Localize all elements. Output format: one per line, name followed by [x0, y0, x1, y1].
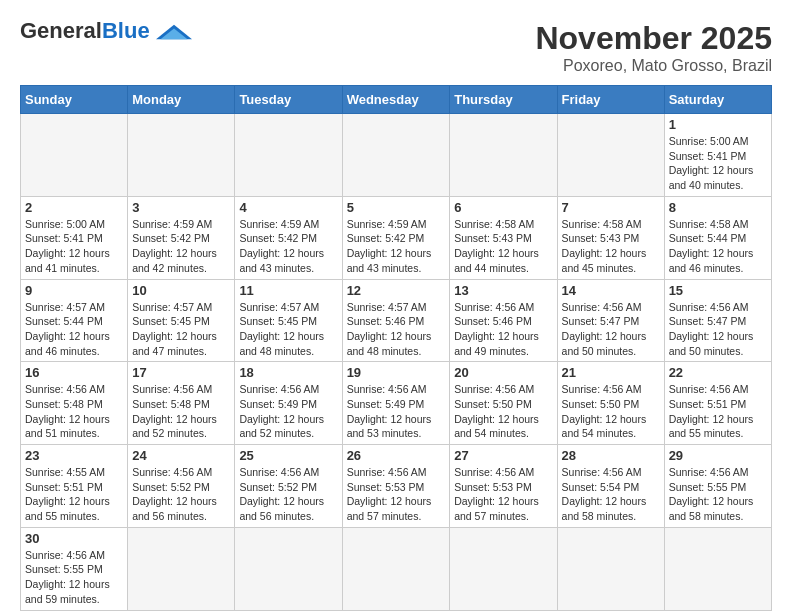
table-row: 20Sunrise: 4:56 AM Sunset: 5:50 PM Dayli… — [450, 362, 557, 445]
table-row — [450, 527, 557, 610]
day-number: 17 — [132, 365, 230, 380]
day-info: Sunrise: 4:57 AM Sunset: 5:44 PM Dayligh… — [25, 300, 123, 359]
page-title: November 2025 — [535, 20, 772, 57]
col-saturday: Saturday — [664, 86, 771, 114]
day-number: 2 — [25, 200, 123, 215]
page-subtitle: Poxoreo, Mato Grosso, Brazil — [535, 57, 772, 75]
day-info: Sunrise: 4:56 AM Sunset: 5:53 PM Dayligh… — [347, 465, 446, 524]
col-wednesday: Wednesday — [342, 86, 450, 114]
table-row: 5Sunrise: 4:59 AM Sunset: 5:42 PM Daylig… — [342, 196, 450, 279]
table-row: 19Sunrise: 4:56 AM Sunset: 5:49 PM Dayli… — [342, 362, 450, 445]
table-row — [450, 114, 557, 197]
day-info: Sunrise: 4:56 AM Sunset: 5:49 PM Dayligh… — [239, 382, 337, 441]
table-row: 11Sunrise: 4:57 AM Sunset: 5:45 PM Dayli… — [235, 279, 342, 362]
header: GeneralBlue November 2025 Poxoreo, Mato … — [20, 20, 772, 75]
day-info: Sunrise: 4:58 AM Sunset: 5:43 PM Dayligh… — [454, 217, 552, 276]
table-row: 18Sunrise: 4:56 AM Sunset: 5:49 PM Dayli… — [235, 362, 342, 445]
day-info: Sunrise: 4:56 AM Sunset: 5:49 PM Dayligh… — [347, 382, 446, 441]
day-number: 21 — [562, 365, 660, 380]
calendar: Sunday Monday Tuesday Wednesday Thursday… — [20, 85, 772, 611]
table-row: 24Sunrise: 4:56 AM Sunset: 5:52 PM Dayli… — [128, 445, 235, 528]
title-block: November 2025 Poxoreo, Mato Grosso, Braz… — [535, 20, 772, 75]
logo-general: General — [20, 18, 102, 43]
table-row — [21, 114, 128, 197]
day-info: Sunrise: 4:56 AM Sunset: 5:54 PM Dayligh… — [562, 465, 660, 524]
day-info: Sunrise: 5:00 AM Sunset: 5:41 PM Dayligh… — [25, 217, 123, 276]
day-info: Sunrise: 4:56 AM Sunset: 5:51 PM Dayligh… — [669, 382, 767, 441]
col-tuesday: Tuesday — [235, 86, 342, 114]
day-number: 27 — [454, 448, 552, 463]
logo: GeneralBlue — [20, 20, 194, 42]
day-info: Sunrise: 5:00 AM Sunset: 5:41 PM Dayligh… — [669, 134, 767, 193]
day-number: 19 — [347, 365, 446, 380]
logo-icon — [154, 23, 194, 41]
day-number: 14 — [562, 283, 660, 298]
table-row: 15Sunrise: 4:56 AM Sunset: 5:47 PM Dayli… — [664, 279, 771, 362]
day-number: 6 — [454, 200, 552, 215]
table-row: 21Sunrise: 4:56 AM Sunset: 5:50 PM Dayli… — [557, 362, 664, 445]
table-row: 30Sunrise: 4:56 AM Sunset: 5:55 PM Dayli… — [21, 527, 128, 610]
table-row — [235, 114, 342, 197]
col-friday: Friday — [557, 86, 664, 114]
day-info: Sunrise: 4:58 AM Sunset: 5:44 PM Dayligh… — [669, 217, 767, 276]
table-row: 13Sunrise: 4:56 AM Sunset: 5:46 PM Dayli… — [450, 279, 557, 362]
day-number: 1 — [669, 117, 767, 132]
table-row: 10Sunrise: 4:57 AM Sunset: 5:45 PM Dayli… — [128, 279, 235, 362]
day-number: 23 — [25, 448, 123, 463]
day-info: Sunrise: 4:57 AM Sunset: 5:45 PM Dayligh… — [132, 300, 230, 359]
table-row: 8Sunrise: 4:58 AM Sunset: 5:44 PM Daylig… — [664, 196, 771, 279]
table-row: 22Sunrise: 4:56 AM Sunset: 5:51 PM Dayli… — [664, 362, 771, 445]
day-number: 15 — [669, 283, 767, 298]
day-info: Sunrise: 4:56 AM Sunset: 5:55 PM Dayligh… — [25, 548, 123, 607]
table-row: 6Sunrise: 4:58 AM Sunset: 5:43 PM Daylig… — [450, 196, 557, 279]
table-row — [128, 527, 235, 610]
day-number: 18 — [239, 365, 337, 380]
day-number: 11 — [239, 283, 337, 298]
day-info: Sunrise: 4:56 AM Sunset: 5:48 PM Dayligh… — [25, 382, 123, 441]
day-number: 5 — [347, 200, 446, 215]
day-number: 13 — [454, 283, 552, 298]
day-number: 24 — [132, 448, 230, 463]
table-row — [128, 114, 235, 197]
day-info: Sunrise: 4:56 AM Sunset: 5:50 PM Dayligh… — [454, 382, 552, 441]
table-row: 4Sunrise: 4:59 AM Sunset: 5:42 PM Daylig… — [235, 196, 342, 279]
day-info: Sunrise: 4:57 AM Sunset: 5:45 PM Dayligh… — [239, 300, 337, 359]
table-row: 3Sunrise: 4:59 AM Sunset: 5:42 PM Daylig… — [128, 196, 235, 279]
table-row — [664, 527, 771, 610]
table-row: 1Sunrise: 5:00 AM Sunset: 5:41 PM Daylig… — [664, 114, 771, 197]
logo-blue: Blue — [102, 18, 150, 43]
table-row: 9Sunrise: 4:57 AM Sunset: 5:44 PM Daylig… — [21, 279, 128, 362]
col-sunday: Sunday — [21, 86, 128, 114]
day-number: 7 — [562, 200, 660, 215]
day-info: Sunrise: 4:56 AM Sunset: 5:52 PM Dayligh… — [239, 465, 337, 524]
day-info: Sunrise: 4:59 AM Sunset: 5:42 PM Dayligh… — [132, 217, 230, 276]
table-row — [235, 527, 342, 610]
day-number: 25 — [239, 448, 337, 463]
table-row: 16Sunrise: 4:56 AM Sunset: 5:48 PM Dayli… — [21, 362, 128, 445]
day-info: Sunrise: 4:58 AM Sunset: 5:43 PM Dayligh… — [562, 217, 660, 276]
table-row — [342, 114, 450, 197]
table-row — [557, 114, 664, 197]
day-info: Sunrise: 4:56 AM Sunset: 5:48 PM Dayligh… — [132, 382, 230, 441]
day-number: 4 — [239, 200, 337, 215]
table-row — [557, 527, 664, 610]
table-row: 25Sunrise: 4:56 AM Sunset: 5:52 PM Dayli… — [235, 445, 342, 528]
day-info: Sunrise: 4:55 AM Sunset: 5:51 PM Dayligh… — [25, 465, 123, 524]
calendar-header-row: Sunday Monday Tuesday Wednesday Thursday… — [21, 86, 772, 114]
day-number: 8 — [669, 200, 767, 215]
day-info: Sunrise: 4:56 AM Sunset: 5:46 PM Dayligh… — [454, 300, 552, 359]
day-info: Sunrise: 4:59 AM Sunset: 5:42 PM Dayligh… — [347, 217, 446, 276]
day-number: 12 — [347, 283, 446, 298]
day-info: Sunrise: 4:57 AM Sunset: 5:46 PM Dayligh… — [347, 300, 446, 359]
day-number: 26 — [347, 448, 446, 463]
table-row: 7Sunrise: 4:58 AM Sunset: 5:43 PM Daylig… — [557, 196, 664, 279]
day-info: Sunrise: 4:56 AM Sunset: 5:47 PM Dayligh… — [562, 300, 660, 359]
day-number: 3 — [132, 200, 230, 215]
day-info: Sunrise: 4:56 AM Sunset: 5:53 PM Dayligh… — [454, 465, 552, 524]
table-row: 12Sunrise: 4:57 AM Sunset: 5:46 PM Dayli… — [342, 279, 450, 362]
day-info: Sunrise: 4:56 AM Sunset: 5:50 PM Dayligh… — [562, 382, 660, 441]
table-row: 28Sunrise: 4:56 AM Sunset: 5:54 PM Dayli… — [557, 445, 664, 528]
table-row: 29Sunrise: 4:56 AM Sunset: 5:55 PM Dayli… — [664, 445, 771, 528]
table-row: 17Sunrise: 4:56 AM Sunset: 5:48 PM Dayli… — [128, 362, 235, 445]
table-row — [342, 527, 450, 610]
